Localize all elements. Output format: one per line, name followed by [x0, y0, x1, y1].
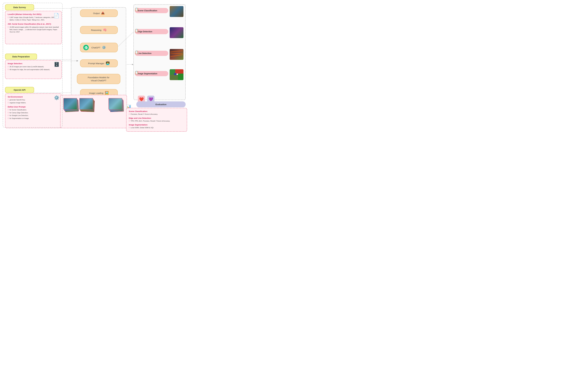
image-selection-title: Image Selection:	[8, 62, 59, 65]
edge-detection-label: Edge Detection	[137, 30, 152, 33]
bullet-icon-2: □	[8, 26, 9, 28]
bullet-icon-1: □	[8, 16, 9, 18]
foundation-models-label: Foundation Models for Visual ChatGPT	[88, 76, 109, 82]
set-env-bullet-2: organize image folders.	[10, 101, 26, 104]
image-loading-label: Image Loading	[89, 92, 104, 94]
image-loading-icon: 🖼️	[105, 91, 109, 95]
prompt-manager-label: Prompt Manager	[88, 62, 104, 65]
data-survey-label: Data Survey	[13, 6, 26, 9]
scene-img-thumb	[170, 6, 183, 17]
data-preparation-content: 🗄️ Image Selection: □ 26-32 images per s…	[5, 60, 62, 79]
svg-marker-20	[132, 64, 134, 65]
bullet-icon-6: □	[8, 102, 9, 103]
eval-edge-bullet: TPR, FPR, AUC, Precision, Recall, F-Scor…	[131, 120, 170, 122]
output-icon: 📤	[101, 12, 105, 15]
openai-api-content: ⚙️ Set Environment □ generate OpenAI Key…	[5, 93, 62, 128]
chatgpt-logo	[83, 45, 89, 50]
center-image-stack	[79, 98, 93, 110]
seg-checklist-icon: 📋	[134, 71, 138, 74]
bullet-icon-4: □	[8, 69, 9, 70]
reasoning-icon: 🧠	[103, 28, 107, 32]
img-thumb-c-front	[79, 98, 93, 110]
define-prompt-bullet-2: for Canny Edge Detection;	[10, 112, 28, 114]
bullet-icon-9: □	[8, 114, 9, 116]
loveda-bullet-1: 5,987 image chips (Google Earth), 7 land…	[10, 16, 59, 21]
evaluation-label: Evaluation	[155, 103, 166, 106]
pipeline-outer-box	[71, 7, 126, 100]
database-icon: 🗄️	[54, 62, 59, 67]
bullet-icon-12: □	[129, 120, 130, 122]
scene-checklist-icon: 📋	[134, 8, 138, 11]
settings-icon: ⚙️	[102, 46, 106, 49]
bullet-icon-5: □	[8, 99, 9, 100]
bullet-icon-3: □	[8, 66, 9, 67]
define-prompt-bullet-1: for Scene Classification;	[10, 109, 27, 111]
define-prompt-bullet-4: for Segmentation on Image.	[10, 117, 29, 120]
image-segmentation-label: Image Segmentation	[137, 72, 157, 75]
reasoning-box: Reasoning 🧠	[80, 26, 118, 34]
scene-classification-task-box: Scene Classification	[135, 8, 168, 13]
eval-seg-title: Image Segmentation:	[129, 124, 184, 126]
left-image-stack	[63, 98, 77, 110]
prompt-icon: 👩‍💻	[106, 61, 110, 65]
image-selection-bullet-1: 26-32 images per scene class (LoveDA dat…	[10, 66, 44, 68]
data-survey-content: 📄 LoveDA (Wuhan University, Oct 2021): □…	[5, 11, 62, 44]
output-label: Output	[93, 12, 100, 14]
line-detection-task-box: Line Detection	[135, 51, 168, 56]
image-segmentation-task-box: Image Segmentation	[135, 71, 168, 76]
seg-img-thumb	[170, 69, 183, 80]
set-env-title: Set Environment	[8, 96, 59, 98]
edge-img-thumb	[170, 27, 183, 38]
edge-detection-task-box: Edge Detection	[135, 29, 168, 34]
eval-edge-title: Edge and Line Detection:	[129, 117, 184, 119]
bullet-icon-10: □	[8, 117, 9, 119]
scene-classification-label: Scene Classification	[137, 9, 157, 12]
data-preparation-box: Data Preparation	[5, 54, 37, 59]
openai-api-box: OpenAI API	[5, 87, 34, 93]
chatgpt-label: ChatGPT	[91, 46, 101, 49]
define-prompt-title: Define User Prompt:	[8, 106, 59, 108]
openai-icon: ⚙️	[54, 95, 59, 100]
img-thumb-r-front	[108, 98, 122, 110]
eval-seg-bullet: Local SSMI, Global SSMI & UQI.	[131, 126, 154, 129]
aid-bullet-1: 10,000 aerial images within 30 categorie…	[10, 26, 59, 33]
edge-checklist-icon: 📋	[134, 29, 138, 32]
prompt-manager-box: Prompt Manager 👩‍💻	[80, 59, 118, 67]
evaluation-content: Scene Classification: □ Precision, Recal…	[126, 108, 187, 132]
reasoning-label: Reasoning	[91, 29, 102, 31]
data-survey-box: Data Survey	[5, 4, 34, 10]
output-box: Output 📤	[80, 9, 118, 17]
bullet-icon-11: □	[129, 113, 130, 115]
line-detection-label: Line Detection	[137, 52, 151, 55]
bullet-icon-8: □	[8, 112, 9, 113]
right-image-stack	[108, 98, 122, 110]
image-loading-content	[60, 95, 127, 128]
document-icon: 📄	[54, 13, 59, 18]
aid-title: AID: Aerial Scene Classification (Xia et…	[8, 23, 59, 25]
define-prompt-bullet-3: for Straight Line Detection;	[10, 114, 29, 117]
set-env-bullet-1: generate OpenAI Key;	[10, 99, 25, 101]
bullet-icon-7: □	[8, 109, 9, 111]
line-img-thumb	[170, 49, 183, 60]
loveda-title: LoveDA (Wuhan University, Oct 2021):	[8, 13, 59, 15]
openai-api-label: OpenAI API	[14, 89, 26, 91]
data-preparation-label: Data Preparation	[12, 55, 30, 58]
foundation-models-box: Foundation Models for Visual ChatGPT	[77, 74, 120, 84]
evaluation-box: Evaluation	[136, 101, 186, 107]
image-selection-bullet-2: 49 images for edge, line and segmentatio…	[10, 68, 50, 71]
eval-scene-title: Scene Classification:	[129, 110, 184, 112]
line-checklist-icon: 📋	[134, 50, 138, 54]
bullet-icon-13: □	[129, 126, 130, 128]
eval-scene-bullet: Precision, Recall, F-Score & Accuracy.	[131, 113, 158, 115]
chatgpt-box: ChatGPT ⚙️	[80, 43, 118, 52]
img-thumb-front	[63, 98, 77, 110]
